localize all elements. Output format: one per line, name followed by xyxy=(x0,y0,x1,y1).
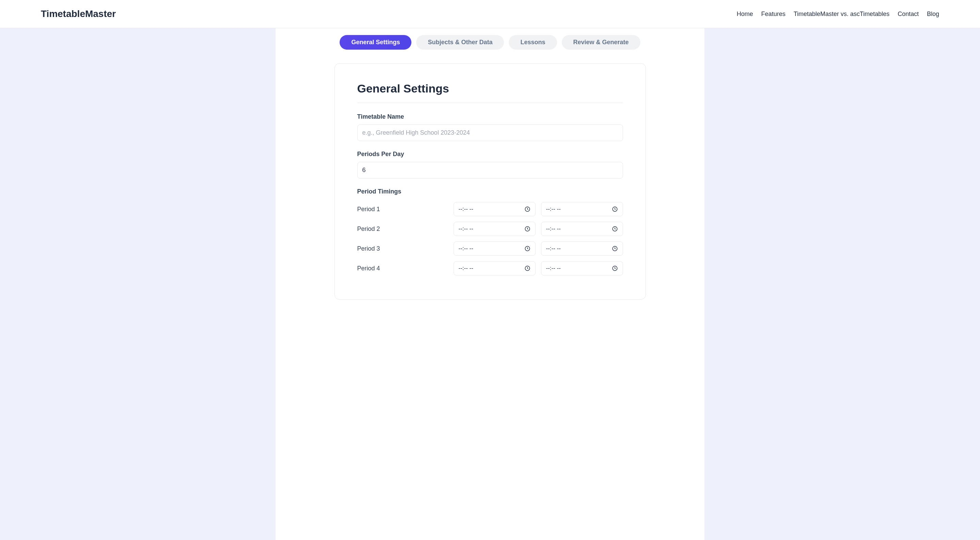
nav-compare[interactable]: TimetableMaster vs. ascTimetables xyxy=(794,11,889,17)
nav-contact[interactable]: Contact xyxy=(898,11,919,17)
clock-icon xyxy=(524,265,530,272)
clock-icon xyxy=(612,265,618,272)
nav-blog[interactable]: Blog xyxy=(927,11,939,17)
time-placeholder: --:-- -- xyxy=(546,265,561,272)
period-1-start-input[interactable]: --:-- -- xyxy=(453,202,536,216)
time-placeholder: --:-- -- xyxy=(546,245,561,252)
timetable-name-group: Timetable Name xyxy=(357,113,623,141)
clock-icon xyxy=(524,226,530,232)
period-3-end-input[interactable]: --:-- -- xyxy=(541,241,623,256)
main-nav: Home Features TimetableMaster vs. ascTim… xyxy=(737,11,939,17)
clock-icon xyxy=(612,226,618,232)
time-placeholder: --:-- -- xyxy=(459,265,473,272)
period-2-end-input[interactable]: --:-- -- xyxy=(541,222,623,236)
card-title: General Settings xyxy=(357,82,623,103)
period-1-end-input[interactable]: --:-- -- xyxy=(541,202,623,216)
period-2-start-input[interactable]: --:-- -- xyxy=(453,222,536,236)
timetable-name-label: Timetable Name xyxy=(357,113,623,121)
period-row-3: Period 3 --:-- -- --:-- -- xyxy=(357,241,623,256)
clock-icon xyxy=(612,206,618,212)
period-row-1: Period 1 --:-- -- --:-- -- xyxy=(357,202,623,216)
tab-lessons[interactable]: Lessons xyxy=(509,35,557,50)
period-3-label: Period 3 xyxy=(357,245,448,253)
settings-card: General Settings Timetable Name Periods … xyxy=(334,63,646,300)
period-4-label: Period 4 xyxy=(357,265,448,272)
period-row-4: Period 4 --:-- -- --:-- -- xyxy=(357,261,623,275)
timetable-name-input[interactable] xyxy=(357,124,623,141)
period-row-2: Period 2 --:-- -- --:-- -- xyxy=(357,222,623,236)
periods-per-day-label: Periods Per Day xyxy=(357,151,623,158)
periods-per-day-input[interactable] xyxy=(357,162,623,178)
period-3-start-input[interactable]: --:-- -- xyxy=(453,241,536,256)
period-4-start-input[interactable]: --:-- -- xyxy=(453,261,536,275)
wizard-tabs: General Settings Subjects & Other Data L… xyxy=(275,35,705,63)
tab-review[interactable]: Review & Generate xyxy=(562,35,640,50)
period-4-end-input[interactable]: --:-- -- xyxy=(541,261,623,275)
header: TimetableMaster Home Features TimetableM… xyxy=(0,0,980,28)
nav-features[interactable]: Features xyxy=(761,11,785,17)
time-placeholder: --:-- -- xyxy=(546,226,561,232)
period-timings-label: Period Timings xyxy=(357,188,623,195)
time-placeholder: --:-- -- xyxy=(546,206,561,213)
period-timings-section: Period Timings Period 1 --:-- -- --:-- -… xyxy=(357,188,623,275)
clock-icon xyxy=(524,206,530,212)
period-2-label: Period 2 xyxy=(357,226,448,233)
page-container: General Settings Subjects & Other Data L… xyxy=(0,28,980,540)
time-placeholder: --:-- -- xyxy=(459,226,473,232)
time-placeholder: --:-- -- xyxy=(459,245,473,252)
time-placeholder: --:-- -- xyxy=(459,206,473,213)
nav-home[interactable]: Home xyxy=(737,11,753,17)
tab-subjects[interactable]: Subjects & Other Data xyxy=(416,35,504,50)
periods-per-day-group: Periods Per Day xyxy=(357,151,623,178)
logo[interactable]: TimetableMaster xyxy=(41,8,116,19)
content-wrapper: General Settings Subjects & Other Data L… xyxy=(275,28,705,540)
period-1-label: Period 1 xyxy=(357,206,448,213)
tab-general-settings[interactable]: General Settings xyxy=(340,35,411,50)
clock-icon xyxy=(524,246,530,252)
clock-icon xyxy=(612,246,618,252)
